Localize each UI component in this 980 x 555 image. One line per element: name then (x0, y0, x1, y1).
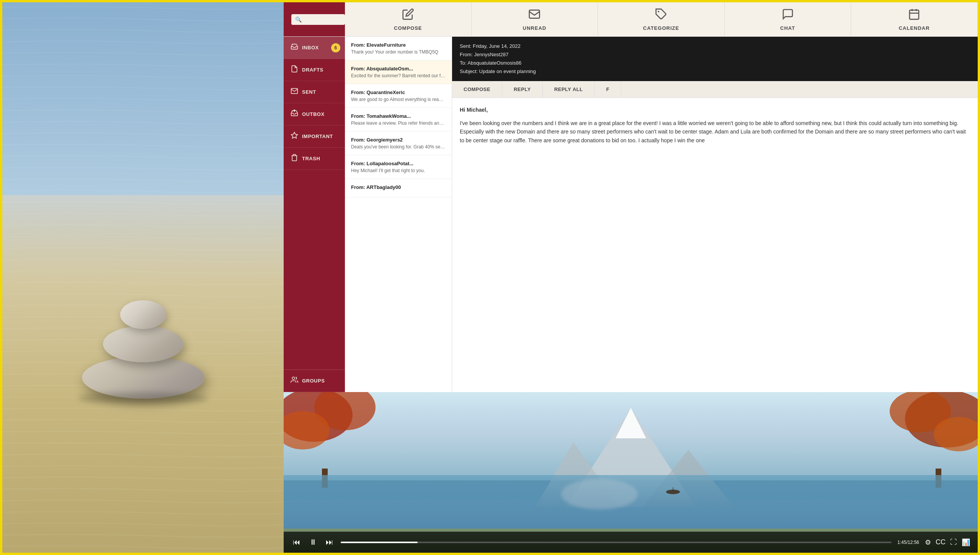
sidebar-item-groups[interactable]: GROUPS (284, 369, 345, 392)
search-input[interactable] (302, 16, 344, 23)
stats-icon[interactable]: 📊 (962, 538, 970, 547)
current-time: 1:45 (897, 540, 906, 545)
trash-label: TRASH (302, 156, 320, 161)
groups-icon (291, 376, 298, 386)
email-from-3: From: QuarantineXeric (351, 90, 446, 95)
stone-shadow (78, 392, 208, 404)
important-label: IMPORTANT (302, 133, 333, 139)
settings-icon[interactable]: ⚙ (925, 538, 931, 547)
boat (665, 487, 681, 491)
compose-icon (402, 8, 414, 23)
email-greeting: Hi Michael, (460, 106, 970, 114)
email-item-7[interactable]: From: ARTbaglady00 (345, 179, 452, 197)
reply-all-action[interactable]: REPLY ALL (543, 81, 595, 98)
sidebar: INBOX 6 DRAFTS (284, 37, 345, 392)
tab-compose[interactable]: COMPOSE (345, 2, 472, 36)
rewind-button[interactable]: ⏮ (291, 536, 302, 548)
email-subject: Subject: Update on event planning (460, 67, 970, 76)
video-time: 1:45/12:56 (897, 540, 919, 545)
video-progress-fill (341, 542, 418, 543)
right-panel: 🔍 COMPOSE (284, 2, 978, 553)
email-from-5: From: Georgiemyers2 (351, 137, 446, 143)
svg-rect-3 (910, 10, 919, 19)
reply-action[interactable]: REPLY (502, 81, 543, 98)
fullscreen-icon[interactable]: ⛶ (950, 538, 957, 547)
mountain-reflection (561, 479, 638, 509)
sidebar-item-sent[interactable]: SENT (284, 81, 345, 103)
stone-middle (103, 326, 183, 362)
email-body: Hi Michael, I've been looking over the n… (452, 98, 978, 392)
nav-tabs: COMPOSE UNREAD (345, 2, 978, 36)
bottom-video-section: ⏮ ⏸ ⏭ 1:45/12:56 ⚙ CC ⛶ 📊 (284, 392, 978, 553)
nav-search-area: 🔍 (284, 2, 345, 36)
email-item-5[interactable]: From: Georgiemyers2 Deals you've been lo… (345, 132, 452, 155)
sidebar-item-outbox[interactable]: OUTBOX (284, 103, 345, 125)
email-from-detail: From: JennysNest287 (460, 50, 970, 59)
forward-action[interactable]: F (595, 81, 621, 98)
email-preview-4: Please leave a review. Plus refer friend… (351, 120, 446, 126)
maple-left-svg (284, 392, 399, 488)
stone-top (120, 300, 166, 329)
search-icon: 🔍 (295, 16, 302, 23)
sidebar-item-inbox[interactable]: INBOX 6 (284, 37, 345, 59)
inbox-label: INBOX (302, 45, 319, 50)
sidebar-item-important[interactable]: IMPORTANT (284, 125, 345, 148)
outbox-icon (291, 109, 298, 119)
email-detail: Sent: Friday, June 14, 2022 From: Jennys… (452, 37, 978, 392)
email-to: To: AbsquatulateOsmosis86 (460, 59, 970, 67)
closed-caption-icon[interactable]: CC (936, 538, 946, 547)
unread-icon (528, 8, 541, 23)
compose-action[interactable]: COMPOSE (452, 81, 502, 98)
email-preview-2: Excited for the summer? Barrett rented o… (351, 73, 446, 78)
tab-unread[interactable]: UNREAD (472, 2, 598, 36)
email-from-1: From: ElevateFurniture (351, 42, 446, 48)
email-item-3[interactable]: From: QuarantineXeric We are good to go … (345, 84, 452, 108)
categorize-label: CATEGORIZE (643, 25, 679, 31)
email-item-2[interactable]: From: AbsquatulateOsm... Excited for the… (345, 60, 452, 84)
email-item-4[interactable]: From: TomahawkWoma... Please leave a rev… (345, 108, 452, 132)
lake (284, 475, 978, 529)
chat-label: CHAT (780, 25, 795, 31)
email-from-7: From: ARTbaglady00 (351, 184, 446, 190)
search-wrapper[interactable]: 🔍 (291, 14, 345, 25)
inbox-badge: 6 (331, 43, 340, 52)
svg-marker-9 (291, 132, 298, 138)
tab-chat[interactable]: CHAT (725, 2, 851, 36)
groups-label: GROUPS (302, 378, 325, 384)
email-from-2: From: AbsquatulateOsm... (351, 66, 446, 72)
outbox-label: OUTBOX (302, 111, 325, 117)
email-from-4: From: TomahawkWoma... (351, 113, 446, 119)
categorize-icon (655, 8, 667, 23)
svg-point-10 (292, 377, 295, 380)
calendar-icon (908, 8, 920, 23)
email-item-1[interactable]: From: ElevateFurniture Thank you! Your o… (345, 37, 452, 60)
sent-label: SENT (302, 89, 316, 95)
sent-icon (291, 87, 298, 97)
fast-forward-button[interactable]: ⏭ (324, 536, 335, 548)
drafts-label: DRAFTS (302, 67, 323, 73)
compose-label: COMPOSE (394, 25, 422, 31)
email-meta: Sent: Friday, June 14, 2022 From: Jennys… (452, 37, 978, 81)
video-background (284, 392, 978, 553)
email-list: From: ElevateFurniture Thank you! Your o… (345, 37, 452, 392)
email-actions: COMPOSE REPLY REPLY ALL F (452, 81, 978, 98)
trash-icon (291, 154, 298, 163)
tab-categorize[interactable]: CATEGORIZE (598, 2, 725, 36)
svg-marker-12 (616, 408, 646, 438)
email-preview-5: Deals you've been looking for. Grab 40% … (351, 144, 446, 150)
pause-button[interactable]: ⏸ (308, 536, 318, 548)
email-from-6: From: LollapaloosaPotat... (351, 161, 446, 166)
email-preview-3: We are good to go Almost everything is r… (351, 97, 446, 102)
email-body-text: I've been looking over the numbers and I… (460, 119, 970, 145)
sidebar-item-drafts[interactable]: DRAFTS (284, 59, 345, 81)
tab-calendar[interactable]: CALENDAR (851, 2, 978, 36)
email-preview-1: Thank you! Your order number is TMBQ5Q (351, 49, 446, 55)
chat-icon (782, 8, 794, 23)
maple-right-svg (844, 392, 978, 488)
important-icon (291, 132, 298, 141)
calendar-label: CALENDAR (899, 25, 930, 31)
email-item-6[interactable]: From: LollapaloosaPotat... Hey Michael! … (345, 155, 452, 179)
sidebar-item-trash[interactable]: TRASH (284, 148, 345, 170)
video-progress-bar[interactable] (341, 542, 892, 543)
maple-left (284, 392, 399, 488)
